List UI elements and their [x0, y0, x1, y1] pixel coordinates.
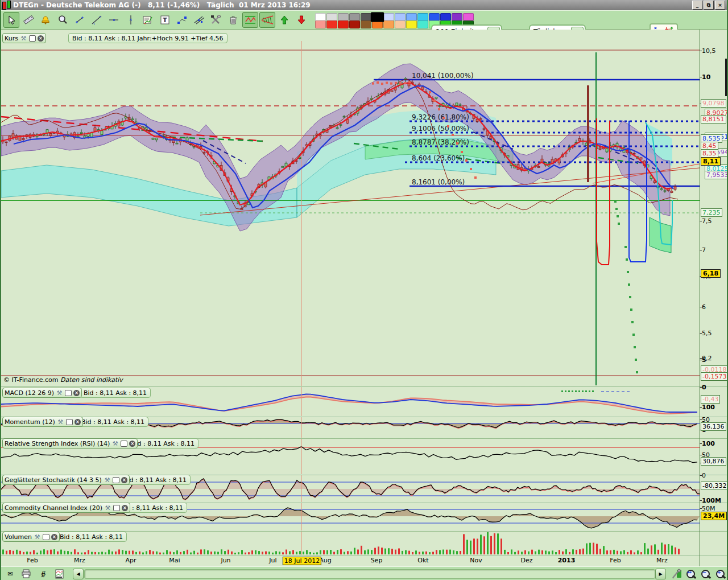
- close-icon[interactable]: ×: [51, 534, 57, 540]
- price-label: 7,235: [701, 208, 722, 217]
- sell-arrow-tool-button[interactable]: [293, 12, 309, 28]
- chartlist-icon: [142, 15, 154, 25]
- close-icon[interactable]: ×: [73, 390, 80, 396]
- tool-buttons: T: [3, 12, 309, 28]
- chart-settings-icon[interactable]: [670, 568, 684, 579]
- close-icon[interactable]: ×: [129, 441, 135, 447]
- color-swatch[interactable]: [338, 13, 349, 21]
- indicator-editor-tool-button[interactable]: [140, 12, 156, 28]
- color-swatch[interactable]: [395, 13, 406, 21]
- color-swatch[interactable]: [349, 20, 360, 28]
- color-swatch[interactable]: [338, 20, 349, 28]
- buy-arrow-tool-button[interactable]: [276, 12, 292, 28]
- polyline-icon: [177, 15, 187, 25]
- minimize-button[interactable]: _: [692, 1, 702, 10]
- wrench-icon[interactable]: ⚒: [34, 533, 41, 540]
- color-swatch[interactable]: [440, 13, 451, 21]
- color-swatch[interactable]: [395, 20, 406, 28]
- window-icon[interactable]: [113, 505, 120, 511]
- panel-divider[interactable]: [1, 555, 728, 556]
- polyline-tool-button[interactable]: [174, 12, 190, 28]
- color-swatch[interactable]: [349, 13, 360, 21]
- alarm-tool-button[interactable]: [38, 12, 53, 28]
- panel-header-cci: Commodity Channel Index (20)⚒×: [2, 503, 130, 513]
- month-label: Mrz: [74, 557, 85, 564]
- svg-text:10,041 (100,00%): 10,041 (100,00%): [412, 72, 474, 80]
- color-swatch[interactable]: [326, 20, 337, 28]
- color-swatch[interactable]: [383, 13, 394, 21]
- ruler-tool-button[interactable]: [20, 12, 36, 28]
- window-icon[interactable]: [121, 441, 127, 447]
- price-axis-gutter: 10,5109,57,576,565,559,07988,90278,81518…: [700, 30, 728, 566]
- panel-header-stoch: Geglätteter Stochastik (14 3 5)⚒×: [2, 475, 130, 485]
- horizontal-line-tool-button[interactable]: [106, 12, 122, 28]
- vertical-line-tool-button[interactable]: [123, 12, 139, 28]
- mail-icon[interactable]: ✉: [3, 568, 17, 579]
- close-button[interactable]: ×: [715, 1, 725, 10]
- segment-tool-button[interactable]: [72, 12, 88, 28]
- close-icon[interactable]: ×: [38, 35, 44, 42]
- color-swatch[interactable]: [315, 13, 326, 21]
- window-icon[interactable]: [65, 390, 72, 396]
- zoom-out-icon[interactable]: −: [698, 568, 712, 579]
- expanding-pattern-tool-button[interactable]: [259, 12, 275, 28]
- color-swatch[interactable]: [463, 13, 474, 21]
- bell-icon: [40, 15, 51, 25]
- cursor-tool-button[interactable]: [3, 12, 19, 28]
- price-label: 8,35: [701, 149, 718, 158]
- restore-button[interactable]: ⧉: [704, 1, 714, 10]
- pan-zoom-icon[interactable]: ↔: [684, 568, 697, 579]
- color-swatch[interactable]: [383, 20, 394, 28]
- panel-header-vol: Volumen⚒×: [2, 532, 60, 542]
- color-swatch[interactable]: [406, 20, 417, 28]
- zigzag-pattern-tool-button[interactable]: [242, 12, 258, 28]
- color-swatch[interactable]: [326, 13, 337, 21]
- delete-tool-button[interactable]: [225, 12, 241, 28]
- tools-icon: [210, 15, 222, 25]
- color-swatch[interactable]: [452, 13, 462, 21]
- time-scrollbar[interactable]: [84, 569, 655, 579]
- color-swatch[interactable]: [429, 13, 440, 21]
- color-swatch[interactable]: [361, 13, 371, 21]
- print-icon[interactable]: [19, 568, 33, 579]
- wrench-icon[interactable]: ⚒: [20, 35, 27, 42]
- chart-report-icon[interactable]: [52, 568, 66, 579]
- wrench-icon[interactable]: ⚒: [111, 440, 119, 447]
- close-icon[interactable]: ×: [122, 505, 128, 511]
- color-swatch[interactable]: [315, 20, 326, 28]
- close-icon[interactable]: ×: [121, 477, 127, 483]
- color-swatch[interactable]: [417, 13, 428, 21]
- window-icon[interactable]: [29, 35, 36, 42]
- color-swatch[interactable]: [406, 13, 417, 21]
- color-swatch[interactable]: [371, 12, 384, 22]
- axis-scroll-thumb[interactable]: [725, 59, 728, 96]
- text-tool-button[interactable]: T: [157, 12, 173, 28]
- window-title: DTEGn - Deutsche Telekom AG (-) 8,11 (-1…: [13, 1, 311, 9]
- panel-divider[interactable]: [1, 386, 728, 387]
- month-label: 2013: [558, 557, 576, 564]
- wrench-icon[interactable]: ⚒: [104, 476, 111, 483]
- window-icon[interactable]: [113, 477, 119, 483]
- wrench-icon[interactable]: ⚒: [104, 504, 111, 511]
- close-icon[interactable]: ×: [75, 419, 81, 425]
- wrench-icon[interactable]: ⚒: [57, 418, 64, 425]
- cursor-icon: [6, 15, 16, 25]
- price-chart-plot[interactable]: 10,041 (100,00%)9,3226 (61,80%)9,1006 (5…: [1, 30, 700, 386]
- scroll-left-button[interactable]: ◀: [73, 569, 84, 579]
- scroll-right-button[interactable]: ▶: [655, 569, 666, 579]
- highlight-price-label: 23,4M: [701, 512, 727, 520]
- zoom-tool-button[interactable]: [55, 12, 71, 28]
- zoom-in-icon[interactable]: +: [713, 568, 727, 579]
- wrench-icon[interactable]: ⚒: [56, 389, 63, 396]
- window-icon[interactable]: [66, 419, 73, 425]
- window-icon[interactable]: [43, 534, 49, 540]
- parallel-lines-tool-button[interactable]: [191, 12, 207, 28]
- color-swatch[interactable]: [417, 20, 428, 28]
- panel-quote-mom: Bid : 8,11 Ask : 8,11: [77, 417, 148, 427]
- drawing-tools-tool-button[interactable]: [208, 12, 224, 28]
- trendline-tool-button[interactable]: [89, 12, 105, 28]
- axis-tick-label: 5,5: [702, 330, 712, 337]
- link-icon[interactable]: ∯: [36, 568, 50, 579]
- svg-text:9,1006 (50,00%): 9,1006 (50,00%): [412, 125, 469, 133]
- color-swatch[interactable]: [361, 20, 371, 28]
